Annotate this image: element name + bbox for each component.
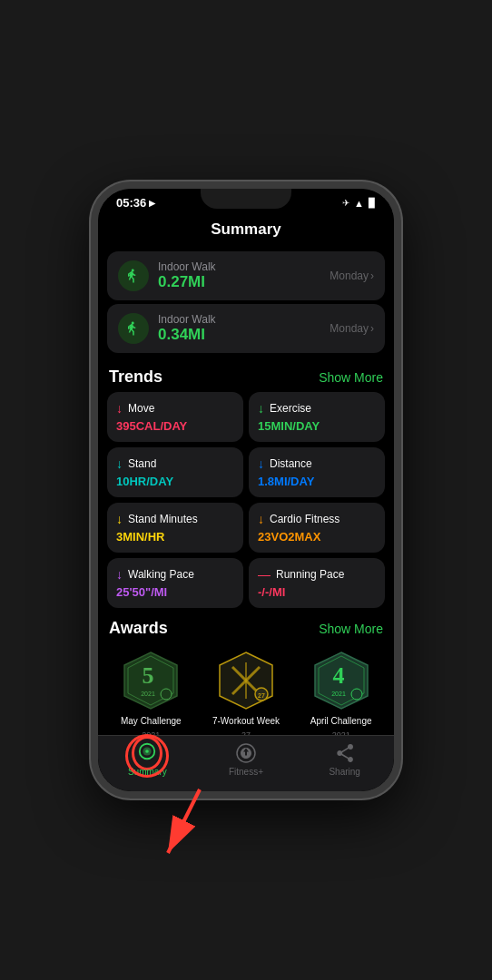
trend-move[interactable]: ↓ Move 395CAL/DAY (107, 392, 243, 442)
april-challenge-badge: 4 2021 (310, 649, 373, 712)
stand-min-value: 3MIN/HR (116, 530, 234, 544)
cardio-label: Cardio Fitness (270, 513, 339, 525)
svg-text:2021: 2021 (142, 691, 156, 697)
walk-icon-1 (118, 260, 149, 291)
distance-value: 1.8MI/DAY (258, 475, 376, 488)
notch (201, 189, 291, 209)
time-display: 05:36 (116, 196, 146, 210)
phone-screen: 05:36 ▶ ✈ ▲ ▉ Summary (98, 189, 394, 791)
sharing-tab-label: Sharing (329, 767, 359, 777)
trend-stand[interactable]: ↓ Stand 10HR/DAY (107, 447, 243, 497)
scroll-content[interactable]: Summary Indoor Walk 0.27MI Monday › (98, 213, 394, 735)
svg-point-4 (161, 689, 172, 700)
activity-value-2: 0.34MI (158, 326, 320, 344)
tab-sharing[interactable]: Sharing (313, 741, 377, 777)
trends-show-more[interactable]: Show More (319, 370, 383, 385)
workout-week-badge: 27 (214, 649, 278, 712)
cardio-arrow-icon: ↓ (258, 512, 264, 526)
walk-pace-label: Walking Pace (128, 568, 194, 581)
svg-text:4: 4 (332, 662, 344, 689)
activity-nav-2[interactable]: Monday › (330, 322, 374, 335)
phone-frame: 05:36 ▶ ✈ ▲ ▉ Summary (91, 181, 401, 799)
trend-stand-minutes[interactable]: ↓ Stand Minutes 3MIN/HR (107, 503, 243, 553)
fitness-plus-tab-label: Fitness+ (229, 767, 263, 777)
activity-card-2[interactable]: Indoor Walk 0.34MI Monday › (107, 304, 385, 353)
distance-label: Distance (270, 457, 312, 470)
stand-value: 10HR/DAY (116, 475, 234, 488)
stand-arrow-icon: ↓ (116, 456, 123, 471)
svg-point-19 (237, 744, 255, 762)
activity-nav-1[interactable]: Monday › (330, 270, 374, 282)
svg-line-21 (168, 789, 200, 853)
trend-running-pace[interactable]: — Running Pace -/-/MI (249, 558, 385, 608)
activity-info-1: Indoor Walk 0.27MI (158, 260, 320, 291)
exercise-arrow-icon: ↓ (258, 401, 264, 416)
stand-label: Stand (128, 457, 156, 470)
award-april-challenge[interactable]: 4 2021 April Challenge 2021 (305, 649, 378, 735)
trend-cardio[interactable]: ↓ Cardio Fitness 23VO2MAX (249, 503, 385, 553)
distance-arrow-icon: ↓ (258, 456, 264, 471)
activity-info-2: Indoor Walk 0.34MI (158, 313, 320, 344)
exercise-label: Exercise (270, 402, 311, 415)
svg-text:27: 27 (258, 692, 265, 699)
awards-title: Awards (109, 619, 168, 638)
svg-point-15 (351, 689, 362, 700)
trend-exercise[interactable]: ↓ Exercise 15MIN/DAY (249, 392, 385, 442)
location-icon: ▶ (149, 199, 155, 208)
run-pace-label: Running Pace (276, 568, 344, 581)
trend-walking-pace[interactable]: ↓ Walking Pace 25'50"/MI (107, 558, 243, 608)
walk-icon-2 (118, 313, 149, 344)
move-label: Move (128, 402, 154, 415)
trends-title: Trends (109, 368, 162, 387)
activity-value-1: 0.27MI (158, 273, 320, 291)
sharing-tab-icon (333, 741, 357, 765)
workout-week-name: 7-Workout Week (212, 716, 280, 727)
tab-bar: Summary Fitness+ (98, 735, 394, 791)
summary-tab-label: Summary (128, 767, 167, 777)
wifi-icon: ▲ (354, 198, 364, 209)
walk-pace-arrow-icon: ↓ (116, 567, 123, 582)
awards-row: 5 2021 May Challenge 2021 27 (98, 643, 394, 735)
svg-point-18 (145, 750, 149, 753)
trend-distance[interactable]: ↓ Distance 1.8MI/DAY (249, 447, 385, 497)
status-icons: ✈ ▲ ▉ (342, 198, 376, 209)
stand-min-arrow-icon: ↓ (116, 512, 123, 526)
move-value: 395CAL/DAY (116, 419, 234, 433)
award-may-challenge[interactable]: 5 2021 May Challenge 2021 (114, 649, 187, 735)
run-pace-value: -/-/MI (258, 585, 376, 599)
april-challenge-name: April Challenge (310, 716, 372, 727)
activity-label-1: Indoor Walk (158, 260, 320, 273)
svg-text:5: 5 (143, 662, 154, 689)
tab-summary[interactable]: Summary (115, 741, 179, 777)
trends-section-header: Trends Show More (98, 357, 394, 392)
activity-card-1[interactable]: Indoor Walk 0.27MI Monday › (107, 251, 385, 300)
trends-grid: ↓ Move 395CAL/DAY ↓ Exercise 15MIN/DAY ↓ (98, 392, 394, 608)
awards-section-header: Awards Show More (98, 608, 394, 643)
page-header: Summary (98, 213, 394, 248)
cardio-value: 23VO2MAX (258, 530, 376, 544)
exercise-value: 15MIN/DAY (258, 419, 376, 433)
move-arrow-icon: ↓ (116, 401, 123, 416)
summary-active-ring (132, 736, 162, 770)
awards-show-more[interactable]: Show More (319, 622, 383, 636)
walk-pace-value: 25'50"/MI (116, 585, 234, 599)
award-workout-week[interactable]: 27 7-Workout Week 27 (210, 649, 282, 735)
fitness-plus-tab-icon (234, 741, 258, 765)
battery-icon: ▉ (369, 198, 376, 208)
svg-text:2021: 2021 (331, 691, 346, 697)
stand-min-label: Stand Minutes (128, 513, 198, 525)
run-pace-arrow-icon: — (258, 567, 271, 582)
page-title: Summary (211, 220, 280, 238)
may-challenge-badge: 5 2021 (119, 649, 182, 712)
tab-fitness-plus[interactable]: Fitness+ (214, 741, 278, 777)
summary-tab-icon (135, 741, 159, 765)
may-challenge-name: May Challenge (121, 716, 182, 727)
activity-label-2: Indoor Walk (158, 313, 320, 326)
plane-icon: ✈ (342, 198, 349, 208)
status-time: 05:36 ▶ (116, 196, 155, 210)
